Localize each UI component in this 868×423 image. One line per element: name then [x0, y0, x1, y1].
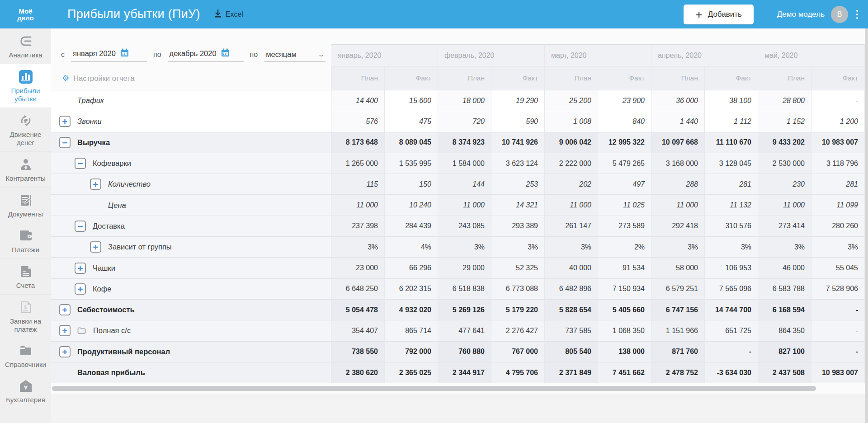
add-button[interactable]: + Добавить — [684, 5, 753, 24]
expand-toggle[interactable]: + — [75, 283, 86, 295]
fact-value-cell: 66 296 — [385, 258, 438, 278]
top-bar: Моё дело Прибыли убытки (ПиУ) Excel + До… — [0, 0, 868, 28]
catalogs-icon — [19, 343, 32, 358]
report-filters: с января 2020 по декабрь 2020 — [61, 48, 326, 62]
plan-value-cell: 3 168 000 — [651, 153, 705, 174]
horizontal-scrollbar[interactable] — [52, 386, 816, 391]
row-label: Трафик — [51, 90, 331, 111]
fact-value-cell: 293 389 — [491, 216, 545, 237]
excel-export-button[interactable]: Excel — [214, 9, 243, 19]
expand-toggle[interactable]: + — [90, 241, 101, 253]
fact-column-header: Факт — [385, 66, 438, 90]
sidebar-item-label: Аналитика — [9, 51, 42, 59]
fact-value-cell: 590 — [491, 111, 545, 132]
expand-toggle[interactable]: + — [59, 325, 71, 336]
fact-value-cell: 5 479 265 — [598, 153, 651, 174]
plan-column-header: План — [331, 66, 385, 90]
account-menu[interactable]: Демо модель В — [777, 6, 848, 23]
fact-column-header: Факт — [598, 66, 651, 90]
period-label: по — [250, 51, 258, 62]
sidebar-item-payments[interactable]: Платежи — [0, 223, 51, 259]
sidebar-item-pnl[interactable]: Прибыли убытки — [0, 64, 51, 108]
row-label: +Полная с/с — [51, 320, 331, 341]
period-select[interactable]: месяцам ⌄ — [264, 50, 326, 62]
sidebar-item-analytics[interactable]: Аналитика — [0, 28, 51, 64]
app-logo[interactable]: Моё дело — [0, 8, 51, 21]
fact-value-cell: 14 744 700 — [705, 300, 758, 320]
plan-value-cell: 10 097 668 — [651, 132, 705, 153]
fact-value-cell: 273 589 — [598, 216, 651, 237]
sidebar-item-invoices[interactable]: Счета — [0, 259, 51, 295]
plan-value-cell: 5 054 478 — [331, 300, 385, 320]
row-label-text: Трафик — [77, 96, 104, 105]
fact-value-cell: 281 — [705, 174, 758, 195]
fact-value-cell: 55 045 — [811, 258, 865, 278]
collapse-toggle[interactable]: − — [75, 158, 86, 169]
plan-value-cell: 871 760 — [651, 342, 705, 362]
fact-value-cell: 3% — [811, 237, 865, 258]
expand-toggle[interactable]: + — [75, 263, 86, 274]
date-from-field[interactable]: января 2020 — [71, 48, 147, 62]
plan-value-cell: 805 540 — [545, 342, 598, 362]
sidebar-item-label: Движение денег — [2, 131, 49, 147]
sidebar-item-requests[interactable]: $Заявки на платеж — [0, 295, 51, 338]
calendar-icon[interactable] — [120, 48, 129, 59]
kebab-menu-icon[interactable] — [854, 7, 863, 22]
report-settings-button[interactable]: ⚙Настройки отчета — [51, 74, 135, 83]
fact-value-cell: - — [705, 342, 758, 362]
plan-value-cell: 18 000 — [438, 90, 491, 111]
analytics-icon — [19, 34, 33, 48]
fact-value-cell: - — [811, 300, 865, 320]
calendar-icon[interactable] — [221, 48, 230, 59]
plan-value-cell: 25 200 — [545, 90, 598, 111]
fact-value-cell: 253 — [491, 174, 545, 195]
plan-value-cell: 9 433 202 — [758, 132, 811, 153]
fact-value-cell: 4% — [385, 237, 438, 258]
sidebar-item-label: Документы — [8, 210, 43, 218]
avatar[interactable]: В — [831, 6, 848, 23]
plan-value-cell: 11 000 — [545, 195, 598, 216]
fact-value-cell: 281 — [811, 174, 865, 195]
fact-value-cell: 5 179 220 — [491, 300, 545, 320]
period-value: месяцам — [266, 50, 297, 59]
row-label-text: Количество — [108, 180, 151, 188]
page-title: Прибыли убытки (ПиУ) — [67, 7, 200, 21]
fact-value-cell: 3 128 045 — [705, 153, 758, 174]
plan-value-cell: 237 398 — [331, 216, 385, 237]
sidebar-item-accounting[interactable]: Бухгалтерия — [0, 373, 51, 409]
expand-toggle[interactable]: + — [59, 346, 71, 357]
plan-value-cell: 40 000 — [545, 258, 598, 278]
row-label: Валовая прибыль — [51, 362, 331, 383]
fact-value-cell: 1 535 995 — [385, 153, 438, 174]
date-to-field[interactable]: декабрь 2020 — [168, 48, 244, 62]
plan-value-cell: 827 100 — [758, 342, 811, 362]
contractors-icon — [19, 157, 32, 172]
vertical-scrollbar[interactable] — [865, 28, 868, 423]
plan-value-cell: 28 800 — [758, 90, 811, 111]
sidebar-item-cashflow[interactable]: ₽Движение денег — [0, 108, 51, 152]
requests-icon: $ — [20, 300, 32, 315]
collapse-toggle[interactable]: − — [75, 221, 86, 232]
sidebar-item-contractors[interactable]: Контрагенты — [0, 152, 51, 188]
month-header: май, 2020 — [758, 44, 865, 66]
sidebar-item-documents[interactable]: Документы — [0, 188, 51, 223]
report-settings-label: Настройки отчета — [73, 74, 135, 83]
row-label: −Доставка — [51, 216, 331, 237]
expand-toggle[interactable]: + — [59, 304, 71, 315]
plan-value-cell: 1 265 000 — [331, 153, 385, 174]
plan-value-cell: 2 344 917 — [438, 362, 491, 383]
plan-value-cell: 737 585 — [545, 320, 598, 341]
plan-value-cell: 5 828 654 — [545, 300, 598, 320]
fact-value-cell: 5 405 660 — [598, 300, 651, 320]
plan-value-cell: 292 418 — [651, 216, 705, 237]
collapse-toggle[interactable]: − — [59, 137, 71, 148]
plan-column-header: План — [545, 66, 598, 90]
expand-toggle[interactable]: + — [90, 179, 101, 190]
fact-value-cell: 2 365 025 — [385, 362, 438, 383]
expand-toggle[interactable]: + — [59, 116, 71, 127]
fact-value-cell: 8 089 045 — [385, 132, 438, 153]
plan-value-cell: 9 006 042 — [545, 132, 598, 153]
folder-icon — [77, 327, 86, 334]
report-settings: ⚙Настройки отчета — [51, 66, 331, 90]
sidebar-item-catalogs[interactable]: Справочники — [0, 338, 51, 373]
